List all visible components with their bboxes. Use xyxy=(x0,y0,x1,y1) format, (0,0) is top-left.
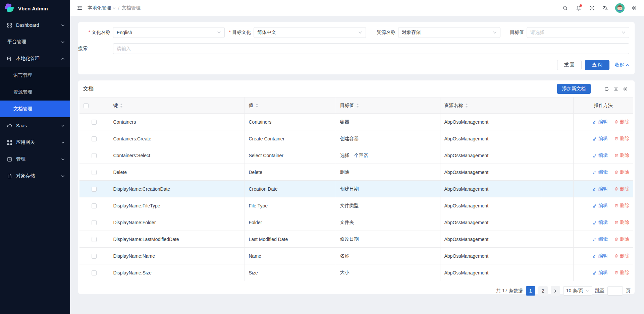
edit-button[interactable]: 编辑 xyxy=(593,136,608,142)
row-checkbox[interactable] xyxy=(92,170,97,175)
target-value-select[interactable]: 请选择 xyxy=(527,27,629,38)
row-checkbox[interactable] xyxy=(92,237,97,242)
logo[interactable]: Vben Admin xyxy=(0,0,70,17)
page-button-2[interactable]: 2 xyxy=(538,286,548,296)
table-row[interactable]: Containers:Select Select Container 选择一个容… xyxy=(79,147,633,164)
next-page-button[interactable] xyxy=(551,286,560,296)
chevron-down-icon xyxy=(61,158,65,161)
avatar[interactable] xyxy=(615,3,625,13)
page-size-select[interactable]: 10 条/页 xyxy=(563,286,592,296)
edit-icon xyxy=(593,237,597,241)
cell-actions: 编辑 删除 xyxy=(573,114,633,130)
delete-button[interactable]: 删除 xyxy=(614,219,629,226)
edit-button[interactable]: 编辑 xyxy=(593,253,608,259)
query-button[interactable]: 查询 xyxy=(585,60,609,70)
sidebar-item-management[interactable]: 管理 xyxy=(0,151,70,168)
cell-key: Containers xyxy=(109,114,245,130)
table-row[interactable]: DisplayName:LastModifiedDate Last Modifi… xyxy=(79,231,633,248)
select-all-checkbox[interactable] xyxy=(84,103,89,108)
fullscreen-button[interactable] xyxy=(586,2,598,14)
delete-button[interactable]: 删除 xyxy=(614,236,629,242)
resource-name-select[interactable]: 对象存储 xyxy=(398,27,500,38)
edit-button[interactable]: 编辑 xyxy=(593,219,608,226)
cell-resource: AbpOssManagement xyxy=(440,114,542,130)
column-header-value[interactable]: 值 xyxy=(245,98,336,114)
sort-icon[interactable] xyxy=(465,104,468,108)
row-checkbox[interactable] xyxy=(92,153,97,158)
breadcrumb-current: 文档管理 xyxy=(122,5,141,11)
gateway-icon xyxy=(7,140,12,145)
edit-button[interactable]: 编辑 xyxy=(593,119,608,125)
search-input[interactable] xyxy=(113,43,629,54)
table-row[interactable]: DisplayName:CreationDate Creation Date 创… xyxy=(79,181,633,197)
refresh-button[interactable] xyxy=(602,84,611,93)
add-document-button[interactable]: 添加新文档 xyxy=(557,84,591,94)
header-actions xyxy=(559,2,640,14)
sidebar-item-language-management[interactable]: 语言管理 xyxy=(0,67,70,84)
edit-button[interactable]: 编辑 xyxy=(593,186,608,192)
delete-button[interactable]: 删除 xyxy=(614,186,629,192)
delete-button[interactable]: 删除 xyxy=(614,119,629,125)
row-checkbox[interactable] xyxy=(92,270,97,275)
row-checkbox[interactable] xyxy=(92,254,97,259)
pagination: 共 17 条数据 1 2 10 条/页 跳至 页 xyxy=(79,286,633,296)
notifications-button[interactable] xyxy=(573,2,584,14)
collapse-toggle[interactable]: 收起 xyxy=(615,62,629,68)
target-culture-select[interactable]: 简体中文 xyxy=(254,27,366,38)
reset-button[interactable]: 重置 xyxy=(557,60,582,70)
sidebar-item-saas[interactable]: Saas xyxy=(0,117,70,134)
row-checkbox[interactable] xyxy=(92,136,97,141)
column-settings-button[interactable] xyxy=(621,84,630,93)
column-header-resource[interactable]: 资源名称 xyxy=(440,98,542,114)
delete-button[interactable]: 删除 xyxy=(614,203,629,209)
row-height-button[interactable] xyxy=(611,84,621,93)
jump-page-input[interactable] xyxy=(607,286,623,296)
sidebar-item-object-storage[interactable]: 对象存储 xyxy=(0,168,70,184)
delete-button[interactable]: 删除 xyxy=(614,253,629,259)
sidebar-item-dashboard[interactable]: Dashboard xyxy=(0,17,70,34)
row-checkbox[interactable] xyxy=(92,203,97,208)
table-row[interactable]: DisplayName:Name Name 名称 AbpOssManagemen… xyxy=(79,248,633,264)
action-divider xyxy=(611,237,611,241)
column-header-target[interactable]: 目标值 xyxy=(336,98,440,114)
sidebar-item-localization[interactable]: 本地化管理 xyxy=(0,50,70,67)
table-row[interactable]: DisplayName:Folder Folder 文件夹 AbpOssMana… xyxy=(79,214,633,231)
edit-button[interactable]: 编辑 xyxy=(593,169,608,175)
edit-button[interactable]: 编辑 xyxy=(593,236,608,242)
delete-button[interactable]: 删除 xyxy=(614,270,629,276)
edit-label: 编辑 xyxy=(598,136,608,142)
table-row[interactable]: DisplayName:Size Size 大小 AbpOssManagemen… xyxy=(79,264,633,281)
sidebar-item-document-management[interactable]: 文档管理 xyxy=(0,101,70,117)
table-row[interactable]: Delete Delete 删除 AbpOssManagement 编辑 删除 xyxy=(79,164,633,181)
preferences-button[interactable] xyxy=(629,2,640,14)
sort-icon[interactable] xyxy=(256,104,258,108)
menu-fold-button[interactable] xyxy=(75,3,84,13)
table-row[interactable]: Containers:Create Create Container 创建容器 … xyxy=(79,130,633,147)
edit-icon xyxy=(593,136,597,141)
sidebar-item-resource-management[interactable]: 资源管理 xyxy=(0,84,70,101)
delete-button[interactable]: 删除 xyxy=(614,152,629,159)
row-checkbox[interactable] xyxy=(92,187,97,192)
delete-label: 删除 xyxy=(620,136,629,142)
sidebar-item-platform[interactable]: 平台管理 xyxy=(0,34,70,50)
table-row[interactable]: Containers Containers 容器 AbpOssManagemen… xyxy=(79,114,633,130)
page-button-1[interactable]: 1 xyxy=(526,286,535,296)
translate-button[interactable] xyxy=(600,2,611,14)
edit-button[interactable]: 编辑 xyxy=(593,270,608,276)
delete-button[interactable]: 删除 xyxy=(614,136,629,142)
table-row[interactable]: DisplayName:FileType File Type 文件类型 AbpO… xyxy=(79,197,633,214)
search-button[interactable] xyxy=(559,2,571,14)
edit-button[interactable]: 编辑 xyxy=(593,152,608,159)
chevron-down-icon xyxy=(586,289,589,293)
culture-name-select[interactable]: English xyxy=(113,27,225,38)
sidebar-item-gateway[interactable]: 应用网关 xyxy=(0,134,70,151)
sort-icon[interactable] xyxy=(120,104,123,108)
sort-icon[interactable] xyxy=(356,104,359,108)
edit-button[interactable]: 编辑 xyxy=(593,203,608,209)
cell-resource: AbpOssManagement xyxy=(440,231,542,248)
row-checkbox[interactable] xyxy=(92,220,97,225)
row-checkbox[interactable] xyxy=(92,120,97,125)
delete-button[interactable]: 删除 xyxy=(614,169,629,175)
column-header-key[interactable]: 键 xyxy=(109,98,245,114)
breadcrumb-parent[interactable]: 本地化管理 xyxy=(88,5,116,11)
